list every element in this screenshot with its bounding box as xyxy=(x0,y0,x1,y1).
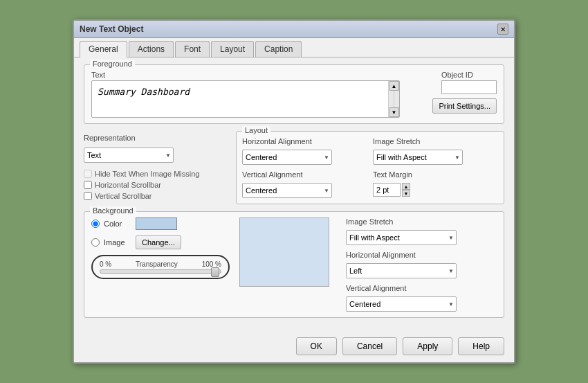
vert-align-wrapper: Top Centered Bottom ▼ xyxy=(242,183,332,198)
text-scrollbar[interactable]: ▲ ▼ xyxy=(388,81,399,117)
bg-horiz-align-select[interactable]: Left Centered Right xyxy=(346,263,457,278)
transparency-slider[interactable] xyxy=(100,270,221,274)
layout-section: Layout Horizontal Alignment Left Centere… xyxy=(236,131,504,204)
dialog-window: New Text Object ✕ General Actions Font L… xyxy=(73,19,515,364)
image-stretch-wrapper: Fill Fill with Aspect Fit ▼ xyxy=(373,150,463,165)
apply-button[interactable]: Apply xyxy=(403,337,452,355)
bg-controls: Color Image Change... 0 % Transparency 1… xyxy=(91,217,230,312)
scroll-up[interactable]: ▲ xyxy=(389,81,399,91)
tab-caption[interactable]: Caption xyxy=(255,41,302,57)
image-stretch-label: Image Stretch xyxy=(373,137,498,145)
vert-align-label: Vertical Alignment xyxy=(242,170,367,179)
background-label: Background xyxy=(90,206,136,215)
scroll-down[interactable]: ▼ xyxy=(389,107,399,117)
color-radio-row: Color xyxy=(91,217,230,230)
transparency-slider-track xyxy=(100,269,221,274)
color-swatch[interactable] xyxy=(136,217,177,230)
tab-font[interactable]: Font xyxy=(175,41,210,57)
representation-section: Representation Text Image Both ▼ Hide Te… xyxy=(84,131,222,204)
object-id-input[interactable] xyxy=(441,80,497,94)
color-radio-label: Color xyxy=(104,220,131,228)
horiz-align-wrapper: Left Centered Right ▼ xyxy=(242,150,332,165)
transparency-row: 0 % Transparency 100 % xyxy=(91,255,230,279)
image-radio-label: Image xyxy=(104,238,131,247)
change-button[interactable]: Change... xyxy=(136,235,181,249)
horiz-align-label: Horizontal Alignment xyxy=(242,137,367,145)
representation-select[interactable]: Text Image Both xyxy=(84,148,174,163)
text-margin-input[interactable] xyxy=(373,183,401,197)
vert-scroll-label: Vertical Scrollbar xyxy=(95,192,152,200)
hide-text-checkbox[interactable] xyxy=(84,170,92,178)
horiz-scroll-label: Horizontal Scrollbar xyxy=(95,181,161,189)
bg-preview-area xyxy=(239,217,336,312)
bg-vert-align-label: Vertical Alignment xyxy=(346,284,497,292)
vert-align-select[interactable]: Top Centered Bottom xyxy=(242,183,332,198)
horiz-align-select[interactable]: Left Centered Right xyxy=(242,150,332,165)
text-margin-label: Text Margin xyxy=(373,170,498,179)
margin-down-button[interactable]: ▼ xyxy=(402,190,410,197)
slider-thumb xyxy=(211,267,219,277)
horiz-scroll-checkbox[interactable] xyxy=(84,181,92,189)
text-input-area: Summary Dashboard ▲ ▼ xyxy=(91,80,400,118)
representation-label: Representation xyxy=(84,134,222,142)
bg-horiz-align-group: Horizontal Alignment Left Centered Right… xyxy=(346,251,497,278)
cancel-button[interactable]: Cancel xyxy=(342,337,397,355)
bg-image-stretch-group: Image Stretch Fill Fill with Aspect Fit … xyxy=(346,217,497,245)
bg-image-stretch-select[interactable]: Fill Fill with Aspect Fit xyxy=(346,230,457,245)
bg-preview xyxy=(239,217,329,287)
help-button[interactable]: Help xyxy=(458,337,504,355)
text-margin-spinner: ▲ ▼ xyxy=(402,183,410,197)
text-margin-group: Text Margin ▲ ▼ xyxy=(373,170,498,198)
layout-section-label: Layout xyxy=(242,126,270,134)
tab-layout[interactable]: Layout xyxy=(211,41,254,57)
title-bar: New Text Object ✕ xyxy=(74,21,514,38)
text-input[interactable]: Summary Dashboard xyxy=(92,81,388,117)
tab-general[interactable]: General xyxy=(80,41,127,57)
hide-text-row: Hide Text When Image Missing xyxy=(84,170,222,178)
horiz-align-group: Horizontal Alignment Left Centered Right… xyxy=(242,137,367,165)
bg-image-stretch-label: Image Stretch xyxy=(346,217,497,226)
background-group: Background Color Image Change... xyxy=(84,211,504,318)
hide-text-label: Hide Text When Image Missing xyxy=(95,170,199,178)
ok-button[interactable]: OK xyxy=(296,337,337,355)
tab-actions[interactable]: Actions xyxy=(129,41,174,57)
representation-select-wrapper: Text Image Both ▼ xyxy=(84,148,174,163)
bg-right-settings: Image Stretch Fill Fill with Aspect Fit … xyxy=(346,217,497,312)
bg-horiz-align-label: Horizontal Alignment xyxy=(346,251,497,259)
image-radio[interactable] xyxy=(91,238,100,247)
foreground-label: Foreground xyxy=(90,60,135,68)
vert-scroll-checkbox[interactable] xyxy=(84,192,92,200)
bg-horiz-align-wrapper: Left Centered Right ▼ xyxy=(346,263,457,278)
bg-vert-align-wrapper: Top Centered Bottom ▼ xyxy=(346,296,457,312)
horiz-scroll-row: Horizontal Scrollbar xyxy=(84,181,222,189)
tab-bar: General Actions Font Layout Caption xyxy=(74,38,514,57)
text-field-label: Text xyxy=(91,71,400,79)
vert-scroll-row: Vertical Scrollbar xyxy=(84,192,222,200)
print-settings-button[interactable]: Print Settings... xyxy=(432,98,497,114)
object-id-label: Object ID xyxy=(441,71,497,79)
bg-vert-align-select[interactable]: Top Centered Bottom xyxy=(346,296,457,312)
dialog-body: Foreground Text Summary Dashboard ▲ ▼ xyxy=(74,57,514,332)
dialog-title: New Text Object xyxy=(80,24,143,34)
foreground-group: Foreground Text Summary Dashboard ▲ ▼ xyxy=(84,64,504,124)
bg-vert-align-group: Vertical Alignment Top Centered Bottom ▼ xyxy=(346,284,497,312)
margin-up-button[interactable]: ▲ xyxy=(402,183,410,190)
close-button[interactable]: ✕ xyxy=(497,24,508,35)
image-stretch-select[interactable]: Fill Fill with Aspect Fit xyxy=(373,150,463,165)
image-radio-row: Image Change... xyxy=(91,235,230,249)
color-radio[interactable] xyxy=(91,220,100,228)
bottom-buttons: OK Cancel Apply Help xyxy=(74,332,514,362)
bg-image-stretch-wrapper: Fill Fill with Aspect Fit ▼ xyxy=(346,230,457,245)
image-stretch-group: Image Stretch Fill Fill with Aspect Fit … xyxy=(373,137,498,165)
vert-align-group: Vertical Alignment Top Centered Bottom ▼ xyxy=(242,170,367,198)
